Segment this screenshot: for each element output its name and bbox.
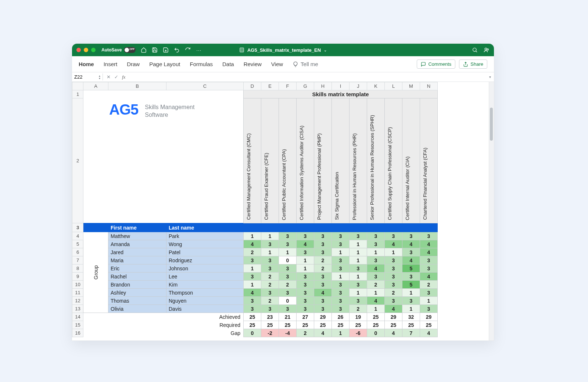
summary-value-cell[interactable]: -6 [349,329,367,337]
tab-insert[interactable]: Insert [104,61,118,67]
row-header[interactable]: 6 [72,248,83,256]
skill-value-cell[interactable]: 3 [297,289,314,297]
skill-value-cell[interactable]: 4 [244,289,261,297]
skill-value-cell[interactable]: 3 [314,281,332,289]
skill-value-cell[interactable]: 3 [385,273,402,281]
summary-value-cell[interactable]: 25 [332,321,349,329]
skill-value-cell[interactable]: 5 [402,264,420,273]
select-all-cell[interactable] [72,82,83,90]
col-header-N[interactable]: N [420,82,438,90]
last-name-cell[interactable]: Thompson [166,289,244,297]
skill-value-cell[interactable]: 1 [279,248,297,256]
summary-value-cell[interactable]: 29 [385,313,402,321]
last-name-cell[interactable]: Rodriguez [166,256,244,264]
search-icon[interactable] [472,47,478,53]
skill-value-cell[interactable]: 3 [385,256,402,264]
skill-value-cell[interactable]: 3 [244,273,261,281]
skill-value-cell[interactable]: 3 [332,289,349,297]
summary-value-cell[interactable]: 25 [349,321,367,329]
first-name-cell[interactable]: Thomas [108,297,166,305]
skill-value-cell[interactable]: 3 [367,256,385,264]
tab-formulas[interactable]: Formulas [190,61,213,67]
tab-tell-me[interactable]: Tell me [293,61,318,67]
col-header-H[interactable]: H [314,82,332,90]
last-name-cell[interactable]: Patel [166,248,244,256]
last-name-cell[interactable]: Nguyen [166,297,244,305]
summary-value-cell[interactable]: 29 [314,313,332,321]
summary-value-cell[interactable]: 4 [314,329,332,337]
skill-value-cell[interactable]: 3 [402,273,420,281]
summary-value-cell[interactable]: 32 [402,313,420,321]
first-name-cell[interactable]: Rachel [108,273,166,281]
skill-value-cell[interactable]: 1 [349,256,367,264]
first-name-cell[interactable]: Eric [108,264,166,273]
first-name-cell[interactable]: Maria [108,256,166,264]
summary-value-cell[interactable]: 0 [244,329,261,337]
last-name-cell[interactable]: Wong [166,240,244,248]
summary-value-cell[interactable]: 25 [314,321,332,329]
cancel-icon[interactable]: ✕ [107,74,111,80]
skill-value-cell[interactable]: 3 [297,248,314,256]
skill-value-cell[interactable]: 3 [420,289,438,297]
skill-value-cell[interactable]: 3 [402,248,420,256]
tab-home[interactable]: Home [79,61,94,67]
skill-value-cell[interactable]: 4 [420,248,438,256]
row-header[interactable]: 13 [72,305,83,313]
skill-value-cell[interactable]: 3 [385,281,402,289]
last-name-cell[interactable]: Davis [166,305,244,313]
skill-value-cell[interactable]: 1 [385,248,402,256]
row-header[interactable]: 9 [72,273,83,281]
tab-data[interactable]: Data [222,61,234,67]
skill-value-cell[interactable]: 1 [261,248,279,256]
skill-value-cell[interactable]: 3 [261,264,279,273]
skill-value-cell[interactable]: 4 [420,240,438,248]
autosave-switch[interactable]: OFF [124,47,136,53]
summary-value-cell[interactable]: 23 [261,313,279,321]
tab-review[interactable]: Review [244,61,262,67]
tab-view[interactable]: View [271,61,283,67]
first-name-cell[interactable]: Matthew [108,232,166,240]
summary-value-cell[interactable]: 25 [385,321,402,329]
summary-value-cell[interactable]: 4 [385,329,402,337]
last-name-cell[interactable]: Park [166,232,244,240]
save-as-icon[interactable] [163,47,169,53]
skill-value-cell[interactable]: 3 [314,273,332,281]
vertical-scrollbar[interactable] [489,82,494,341]
summary-value-cell[interactable]: 25 [402,321,420,329]
fx-icon[interactable]: fx [122,74,125,80]
skill-value-cell[interactable]: 1 [261,232,279,240]
skill-value-cell[interactable]: 3 [279,289,297,297]
skill-value-cell[interactable]: 5 [402,281,420,289]
row-header[interactable]: 1 [72,90,83,98]
summary-value-cell[interactable]: 1 [332,329,349,337]
col-header-D[interactable]: D [244,82,261,90]
skill-value-cell[interactable]: 3 [420,305,438,313]
summary-value-cell[interactable]: 0 [367,329,385,337]
summary-value-cell[interactable]: 26 [332,313,349,321]
skill-value-cell[interactable]: 1 [332,273,349,281]
row-header[interactable]: 10 [72,281,83,289]
skill-value-cell[interactable]: 3 [297,305,314,313]
skill-value-cell[interactable]: 1 [367,248,385,256]
skill-value-cell[interactable]: 3 [349,264,367,273]
row-header[interactable]: 7 [72,256,83,264]
document-title[interactable]: AG5_Skills_matrix_template_EN ⌄ [239,47,327,53]
first-name-cell[interactable]: Jared [108,248,166,256]
first-name-cell[interactable]: Ashley [108,289,166,297]
summary-value-cell[interactable]: 27 [297,313,314,321]
skill-value-cell[interactable]: 3 [279,305,297,313]
skill-value-cell[interactable]: 4 [402,240,420,248]
col-header-G[interactable]: G [297,82,314,90]
skill-value-cell[interactable]: 3 [332,305,349,313]
skill-value-cell[interactable]: 1 [349,248,367,256]
row-header[interactable]: 12 [72,297,83,305]
summary-value-cell[interactable]: 25 [367,313,385,321]
tab-page-layout[interactable]: Page Layout [149,61,180,67]
skill-value-cell[interactable]: 2 [349,305,367,313]
skill-value-cell[interactable]: 3 [261,305,279,313]
row-header[interactable]: 4 [72,232,83,240]
skill-value-cell[interactable]: 4 [402,256,420,264]
skill-value-cell[interactable]: 3 [367,240,385,248]
row-header[interactable]: 8 [72,264,83,273]
tab-draw[interactable]: Draw [127,61,140,67]
